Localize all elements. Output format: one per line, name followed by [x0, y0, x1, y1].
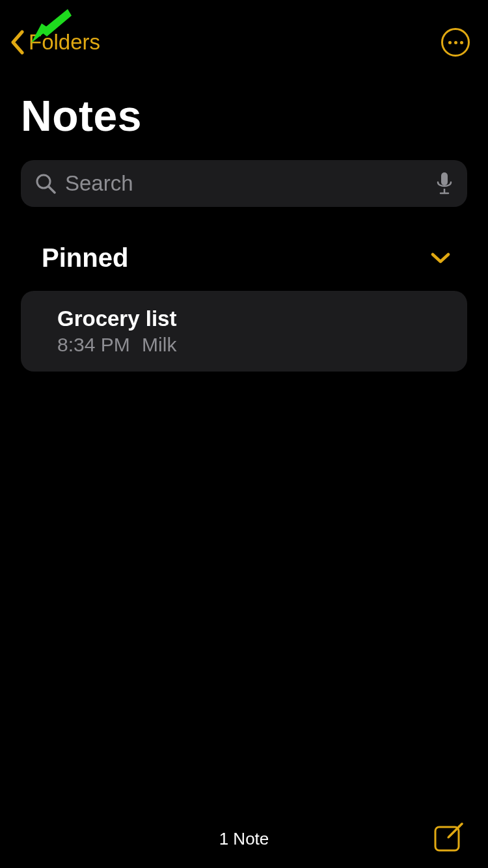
note-meta: 8:34 PM Milk: [57, 334, 449, 356]
section-header-pinned: Pinned: [0, 207, 488, 282]
chevron-left-icon: [9, 30, 25, 55]
note-count-label: 1 Note: [219, 829, 269, 849]
more-button[interactable]: [441, 28, 470, 57]
page-title: Notes: [0, 72, 488, 154]
search-field[interactable]: [21, 160, 467, 207]
note-item[interactable]: Grocery list 8:34 PM Milk: [21, 291, 467, 372]
svg-rect-4: [441, 172, 448, 185]
note-title: Grocery list: [57, 306, 449, 331]
note-preview: Milk: [142, 334, 176, 355]
back-label: Folders: [29, 30, 100, 55]
ellipsis-icon: [448, 41, 463, 44]
search-input[interactable]: [65, 171, 427, 196]
compose-button[interactable]: [433, 822, 463, 852]
chevron-down-icon[interactable]: [431, 252, 450, 264]
svg-point-8: [447, 836, 449, 838]
section-title: Pinned: [42, 243, 128, 273]
bottom-toolbar: 1 Note: [0, 809, 488, 868]
back-button[interactable]: Folders: [9, 30, 100, 55]
search-icon: [35, 173, 56, 194]
svg-line-3: [49, 187, 55, 193]
microphone-icon[interactable]: [436, 172, 453, 195]
note-time: 8:34 PM: [57, 334, 130, 355]
nav-bar: Folders: [0, 0, 488, 72]
